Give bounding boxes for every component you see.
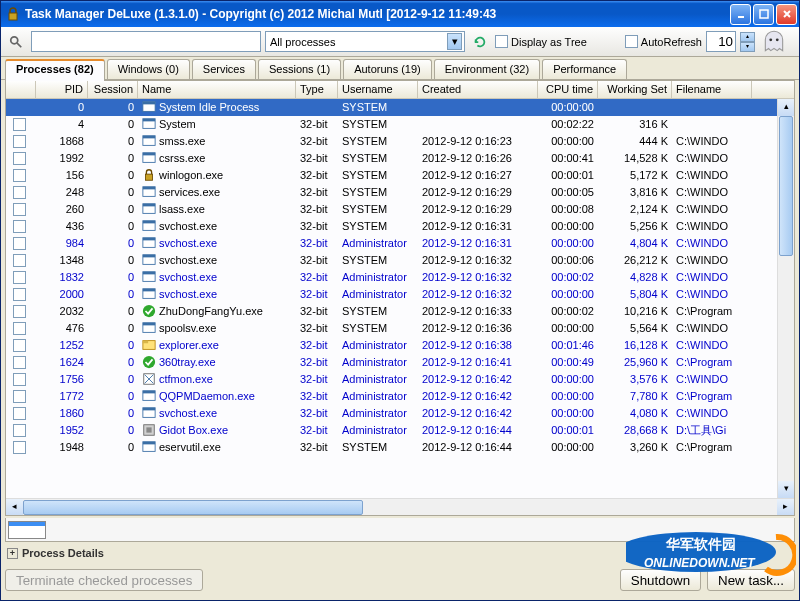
window-thumbnail[interactable] [8, 521, 46, 539]
refresh-spinner[interactable]: ▴▾ [740, 32, 755, 52]
row-checkbox[interactable] [13, 390, 26, 403]
table-row[interactable]: 2480services.exe32-bitSYSTEM2012-9-12 0:… [6, 184, 777, 201]
horizontal-scrollbar[interactable]: ◂ ▸ [6, 498, 794, 515]
close-button[interactable] [776, 4, 797, 25]
row-checkbox[interactable] [13, 373, 26, 386]
shutdown-button[interactable]: Shutdown [620, 569, 701, 591]
tabs: Processes (82)Windows (0)ServicesSession… [1, 57, 799, 80]
row-checkbox[interactable] [13, 220, 26, 233]
chevron-down-icon: ▾ [447, 33, 462, 50]
window-title: Task Manager DeLuxe (1.3.1.0) - Copyrigh… [25, 7, 730, 21]
app-icon [142, 134, 156, 148]
row-checkbox[interactable] [13, 118, 26, 131]
row-checkbox[interactable] [13, 339, 26, 352]
row-checkbox[interactable] [13, 356, 26, 369]
app-icon [142, 185, 156, 199]
app-icon [142, 219, 156, 233]
col-pid: PID [36, 81, 88, 98]
process-details-expander[interactable]: + Process Details [5, 544, 795, 562]
app-icon [142, 389, 156, 403]
scroll-down-icon: ▾ [778, 481, 794, 498]
table-row[interactable]: 1560winlogon.exe32-bitSYSTEM2012-9-12 0:… [6, 167, 777, 184]
row-checkbox[interactable] [13, 186, 26, 199]
thumbnail-bar [5, 518, 795, 542]
row-checkbox[interactable] [13, 305, 26, 318]
table-row[interactable]: 16240360tray.exe32-bitAdministrator2012-… [6, 354, 777, 371]
ghost-icon[interactable] [761, 29, 789, 55]
row-checkbox[interactable] [13, 203, 26, 216]
table-row[interactable]: 19920csrss.exe32-bitSYSTEM2012-9-12 0:16… [6, 150, 777, 167]
shield-icon [142, 304, 156, 318]
tab-1[interactable]: Windows (0) [107, 59, 190, 79]
search-icon[interactable] [5, 31, 27, 53]
app-icon [142, 236, 156, 250]
table-row[interactable]: 12520explorer.exe32-bitAdministrator2012… [6, 337, 777, 354]
row-checkbox[interactable] [13, 152, 26, 165]
grid-header[interactable]: PID Session Name Type Username Created C… [6, 81, 794, 99]
new-task-button[interactable]: New task... [707, 569, 795, 591]
toolbar: All processes ▾ Display as Tree AutoRefr… [1, 27, 799, 57]
autorefresh-checkbox[interactable]: AutoRefresh [625, 35, 702, 48]
col-username: Username [338, 81, 418, 98]
row-checkbox[interactable] [13, 254, 26, 267]
col-cputime: CPU time [538, 81, 598, 98]
col-name: Name [138, 81, 296, 98]
tab-3[interactable]: Sessions (1) [258, 59, 341, 79]
plus-icon: + [7, 548, 18, 559]
table-row[interactable]: 4360svchost.exe32-bitSYSTEM2012-9-12 0:1… [6, 218, 777, 235]
row-checkbox[interactable] [13, 322, 26, 335]
table-row[interactable]: 18680smss.exe32-bitSYSTEM2012-9-12 0:16:… [6, 133, 777, 150]
search-input[interactable] [31, 31, 261, 52]
table-row[interactable]: 18600svchost.exe32-bitAdministrator2012-… [6, 405, 777, 422]
table-row[interactable]: 4760spoolsv.exe32-bitSYSTEM2012-9-12 0:1… [6, 320, 777, 337]
titlebar: Task Manager DeLuxe (1.3.1.0) - Copyrigh… [1, 1, 799, 27]
process-grid: PID Session Name Type Username Created C… [5, 80, 795, 516]
vertical-scrollbar[interactable]: ▴ ▾ [777, 99, 794, 498]
dropdown-value: All processes [270, 36, 335, 48]
row-checkbox[interactable] [13, 424, 26, 437]
app-icon [142, 117, 156, 131]
row-checkbox[interactable] [13, 169, 26, 182]
row-checkbox[interactable] [13, 135, 26, 148]
table-row[interactable]: 13480svchost.exe32-bitSYSTEM2012-9-12 0:… [6, 252, 777, 269]
col-filename: Filename [672, 81, 752, 98]
scroll-right-icon: ▸ [777, 499, 794, 516]
table-row[interactable]: 20320ZhuDongFangYu.exe32-bitSYSTEM2012-9… [6, 303, 777, 320]
maximize-button[interactable] [753, 4, 774, 25]
minimize-button[interactable] [730, 4, 751, 25]
tab-5[interactable]: Environment (32) [434, 59, 540, 79]
table-row[interactable]: 00System Idle ProcessSYSTEM00:00:00 [6, 99, 777, 116]
process-filter-dropdown[interactable]: All processes ▾ [265, 31, 465, 52]
app-icon [142, 440, 156, 454]
gidot-icon [142, 423, 156, 437]
table-row[interactable]: 40System32-bitSYSTEM00:02:22316 K [6, 116, 777, 133]
table-row[interactable]: 18320svchost.exe32-bitAdministrator2012-… [6, 269, 777, 286]
row-checkbox[interactable] [13, 407, 26, 420]
col-created: Created [418, 81, 538, 98]
col-type: Type [296, 81, 338, 98]
table-row[interactable]: 2600lsass.exe32-bitSYSTEM2012-9-12 0:16:… [6, 201, 777, 218]
row-checkbox[interactable] [13, 441, 26, 454]
row-checkbox[interactable] [13, 288, 26, 301]
lock-icon [142, 168, 156, 182]
table-row[interactable]: 17720QQPMDaemon.exe32-bitAdministrator20… [6, 388, 777, 405]
table-row[interactable]: 9840svchost.exe32-bitAdministrator2012-9… [6, 235, 777, 252]
svg-rect-14 [760, 10, 768, 18]
tab-2[interactable]: Services [192, 59, 256, 79]
row-checkbox[interactable] [13, 271, 26, 284]
app-icon [142, 287, 156, 301]
terminate-button: Terminate checked processes [5, 569, 203, 591]
table-row[interactable]: 20000svchost.exe32-bitAdministrator2012-… [6, 286, 777, 303]
display-as-tree-checkbox[interactable]: Display as Tree [495, 35, 587, 48]
refresh-icon[interactable] [469, 31, 491, 53]
tab-4[interactable]: Autoruns (19) [343, 59, 432, 79]
refresh-interval-input[interactable] [706, 31, 736, 52]
table-row[interactable]: 19480eservutil.exe32-bitSYSTEM2012-9-12 … [6, 439, 777, 456]
app-icon [142, 406, 156, 420]
table-row[interactable]: 19520Gidot Box.exe32-bitAdministrator201… [6, 422, 777, 439]
app-icon [142, 202, 156, 216]
row-checkbox[interactable] [13, 237, 26, 250]
tab-0[interactable]: Processes (82) [5, 59, 105, 80]
table-row[interactable]: 17560ctfmon.exe32-bitAdministrator2012-9… [6, 371, 777, 388]
tab-6[interactable]: Performance [542, 59, 627, 79]
